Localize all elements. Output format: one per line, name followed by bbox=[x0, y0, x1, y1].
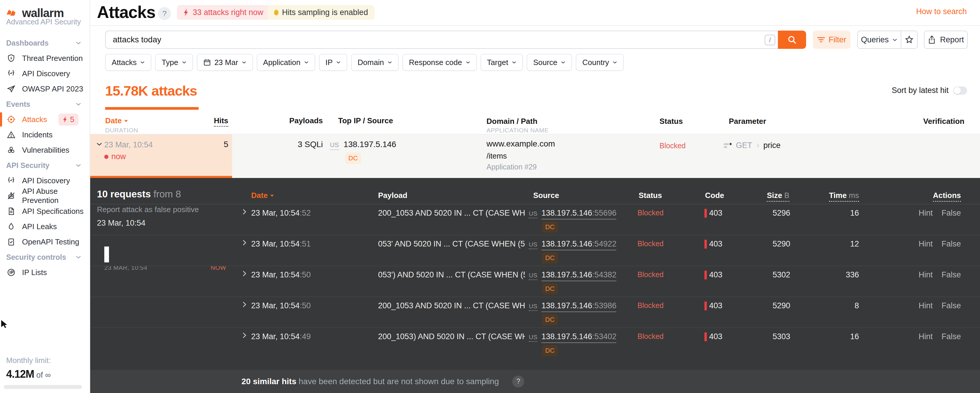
search-box bbox=[105, 30, 806, 49]
ip-address[interactable]: 138.197.5.146:54922 bbox=[541, 240, 616, 250]
hint-action[interactable]: Hint bbox=[919, 209, 933, 218]
sidebar-item-threat-prevention[interactable]: Threat Prevention bbox=[0, 51, 90, 66]
ip-address[interactable]: 138.197.5.146:53402 bbox=[541, 332, 616, 343]
filter-chip-target[interactable]: Target bbox=[480, 54, 523, 71]
expand-chevron-icon[interactable] bbox=[242, 332, 247, 339]
filter-button[interactable]: Filter bbox=[813, 30, 850, 49]
filter-chip-country[interactable]: Country bbox=[576, 54, 624, 71]
hint-action[interactable]: Hint bbox=[919, 301, 933, 310]
filter-chip-source[interactable]: Source bbox=[527, 54, 572, 71]
false-action[interactable]: False bbox=[942, 209, 961, 218]
attack-application: Application #29 bbox=[487, 163, 537, 171]
ip-address[interactable]: 138.197.5.146:54382 bbox=[541, 270, 616, 281]
braces-check-icon bbox=[6, 176, 16, 185]
attacks-right-now-badge[interactable]: 33 attacks right now bbox=[177, 5, 270, 20]
favorite-query-button[interactable] bbox=[901, 31, 917, 48]
sidebar-section-security-controls[interactable]: Security controls bbox=[0, 249, 90, 265]
hit-row[interactable]: 23 Mar, 10:54:49 200_1053) AND 5020 IN .… bbox=[90, 328, 980, 359]
sidebar-item-api-discovery[interactable]: API Discovery bbox=[0, 66, 90, 81]
sidebar-section-dashboards[interactable]: Dashboards bbox=[0, 35, 90, 51]
hit-row[interactable]: 23 Mar, 10:54:50 200_1053 AND 5020 IN ..… bbox=[90, 297, 980, 328]
search-button[interactable] bbox=[778, 30, 806, 49]
hit-status: Blocked bbox=[638, 209, 663, 217]
sort-desc-icon bbox=[124, 120, 128, 122]
sampling-badge: Hits sampling is enabled bbox=[267, 5, 375, 20]
chevron-down-icon bbox=[561, 61, 565, 64]
sidebar-item-owasp-api-2023[interactable]: OWASP API 2023 bbox=[0, 81, 90, 96]
datacenter-tag[interactable]: DC bbox=[542, 283, 558, 294]
report-button[interactable]: Report bbox=[924, 30, 968, 49]
hint-action[interactable]: Hint bbox=[919, 332, 933, 341]
hit-row[interactable]: 23 Mar, 10:54:50 053') AND 5020 IN ... C… bbox=[90, 266, 980, 297]
hit-source[interactable]: US 138.197.5.146:54382 bbox=[529, 270, 616, 281]
sidebar-item-api-leaks[interactable]: API Leaks bbox=[0, 219, 90, 234]
datacenter-tag[interactable]: DC bbox=[542, 345, 558, 356]
hit-source[interactable]: US 138.197.5.146:54922 bbox=[529, 240, 616, 250]
hit-row[interactable]: 23 Mar, 10:54:51 053' AND 5020 IN ... CT… bbox=[90, 235, 980, 266]
sort-toggle[interactable] bbox=[953, 86, 967, 95]
help-icon[interactable]: ? bbox=[158, 7, 171, 20]
column-time[interactable]: Time ms bbox=[829, 191, 859, 200]
column-hits[interactable]: Hits bbox=[214, 116, 228, 125]
datacenter-tag[interactable]: DC bbox=[542, 222, 558, 233]
false-action[interactable]: False bbox=[942, 301, 961, 310]
page-title: Attacks bbox=[97, 2, 155, 22]
filter-chip-attacks[interactable]: Attacks bbox=[105, 54, 151, 71]
how-to-search-link[interactable]: How to search bbox=[916, 7, 967, 16]
queries-button[interactable]: Queries bbox=[858, 31, 901, 48]
filter-chip-type[interactable]: Type bbox=[155, 54, 193, 71]
sidebar-item-openapi-testing[interactable]: OpenAPI Testing bbox=[0, 234, 90, 249]
filter-chip-application[interactable]: Application bbox=[257, 54, 315, 71]
false-action[interactable]: False bbox=[942, 332, 961, 341]
filter-chip-date[interactable]: 23 Mar bbox=[197, 54, 253, 71]
hit-source[interactable]: US 138.197.5.146:53402 bbox=[529, 332, 616, 343]
hit-status: Blocked bbox=[638, 301, 663, 310]
sidebar-section-api-security[interactable]: API Security bbox=[0, 158, 90, 173]
ip-address[interactable]: 138.197.5.146:53986 bbox=[541, 301, 616, 312]
sampling-notice-strip: 20 similar hits have been detected but a… bbox=[90, 370, 980, 393]
ip-address[interactable]: 138.197.5.146 bbox=[344, 140, 396, 149]
sidebar-item-api-abuse-prevention[interactable]: API Abuse Prevention bbox=[0, 188, 90, 204]
chevron-down-icon bbox=[336, 61, 341, 64]
datacenter-tag[interactable]: DC bbox=[345, 153, 361, 164]
expand-chevron-icon[interactable] bbox=[242, 209, 247, 215]
column-date[interactable]: Date bbox=[105, 116, 128, 125]
sidebar-section-events[interactable]: Events bbox=[0, 96, 90, 112]
expand-chevron-icon[interactable] bbox=[242, 270, 247, 277]
column-actions[interactable]: Actions bbox=[933, 191, 961, 200]
column-date[interactable]: Date bbox=[251, 191, 274, 200]
sidebar-item-ip-lists[interactable]: IP Lists bbox=[0, 265, 90, 280]
sidebar-item-vulnerabilities[interactable]: Vulnerabilities bbox=[0, 142, 90, 158]
hint-action[interactable]: Hint bbox=[919, 270, 933, 280]
expand-chevron-icon[interactable] bbox=[242, 240, 247, 246]
braces-check-icon bbox=[6, 69, 16, 78]
hit-source[interactable]: US 138.197.5.146:53986 bbox=[529, 301, 616, 312]
hit-actions: HintFalse bbox=[919, 301, 961, 310]
hit-size: 5290 bbox=[773, 240, 790, 249]
datacenter-tag[interactable]: DC bbox=[542, 252, 558, 264]
hit-row[interactable]: 23 Mar, 10:54:52 200_1053 AND 5020 IN ..… bbox=[90, 204, 980, 235]
attack-row-expanded[interactable]: 23 Mar, 10:54 now 5 3 SQLi US 138.197.5.… bbox=[90, 134, 980, 178]
datacenter-tag[interactable]: DC bbox=[542, 314, 558, 325]
sidebar-item-attacks[interactable]: Attacks 5 bbox=[0, 112, 90, 127]
sampling-help-icon[interactable]: ? bbox=[512, 375, 524, 387]
false-action[interactable]: False bbox=[942, 240, 961, 249]
attack-top-ip[interactable]: US 138.197.5.146 bbox=[330, 140, 396, 150]
hint-action[interactable]: Hint bbox=[919, 240, 933, 249]
search-input[interactable] bbox=[105, 30, 778, 49]
ip-address[interactable]: 138.197.5.146:55696 bbox=[541, 209, 616, 219]
live-dot-icon bbox=[104, 155, 108, 159]
sidebar-item-api-discovery-2[interactable]: API Discovery bbox=[0, 173, 90, 188]
filter-chip-domain[interactable]: Domain bbox=[351, 54, 399, 71]
column-size[interactable]: Size B bbox=[767, 191, 789, 200]
collapse-chevron-icon[interactable] bbox=[96, 142, 102, 146]
filter-chip-ip[interactable]: IP bbox=[319, 54, 347, 71]
sidebar-item-api-specifications[interactable]: API Specifications bbox=[0, 204, 90, 219]
filter-chip-response-code[interactable]: Response code bbox=[402, 54, 477, 71]
expand-chevron-icon[interactable] bbox=[242, 301, 247, 308]
false-action[interactable]: False bbox=[942, 270, 961, 280]
shield-bolt-icon bbox=[6, 53, 16, 63]
attack-date-cell[interactable]: 23 Mar, 10:54 now bbox=[90, 134, 232, 179]
hit-source[interactable]: US 138.197.5.146:55696 bbox=[529, 209, 616, 219]
sidebar-item-incidents[interactable]: Incidents bbox=[0, 127, 90, 142]
